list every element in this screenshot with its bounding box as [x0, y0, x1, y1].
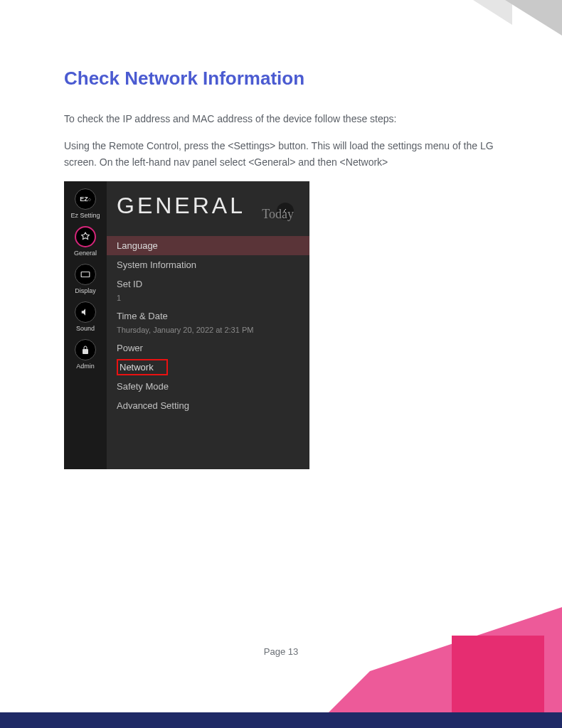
intro-paragraph-2: Using the Remote Control, press the <Set… [64, 138, 498, 170]
svg-rect-1 [83, 349, 88, 354]
lock-icon [75, 339, 96, 360]
menu-set-id-value: 1 [117, 294, 299, 306]
menu-system-info[interactable]: System Information [117, 255, 299, 274]
nav-label: Admin [76, 363, 95, 370]
lg-main-panel: GENERAL Today Language System Informatio… [107, 181, 309, 469]
lg-settings-screenshot: EZ○ Ez Setting General Display Sound Adm… [64, 181, 309, 469]
display-icon [75, 264, 96, 285]
menu-time-date[interactable]: Time & Date [117, 306, 299, 326]
intro-paragraph-1: To check the IP address and MAC address … [64, 111, 498, 127]
nav-admin[interactable]: Admin [64, 339, 107, 370]
page-body: Check Network Information To check the I… [0, 0, 562, 469]
menu-item-label: Language [117, 240, 158, 251]
today-label: Today [262, 207, 294, 222]
menu-time-date-value: Thursday, January 20, 2022 at 2:31 PM [117, 326, 299, 338]
menu-safety-mode[interactable]: Safety Mode [117, 377, 299, 396]
page-corner-bottom [313, 607, 562, 728]
nav-general[interactable]: General [64, 226, 107, 257]
footer-bar [0, 712, 562, 728]
nav-label: General [74, 250, 97, 257]
menu-network[interactable]: Network [117, 359, 168, 375]
sound-icon [75, 301, 96, 323]
menu-advanced-setting[interactable]: Advanced Setting [117, 396, 299, 415]
nav-label: Ez Setting [70, 212, 100, 219]
nav-label: Display [75, 287, 96, 294]
menu-language[interactable]: Language [107, 236, 309, 255]
menu-power[interactable]: Power [117, 338, 299, 358]
nav-ez-setting[interactable]: EZ○ Ez Setting [64, 188, 107, 219]
menu-set-id[interactable]: Set ID [117, 274, 299, 294]
nav-sound[interactable]: Sound [64, 301, 107, 332]
menu-list: System Information Set ID 1 Time & Date … [107, 255, 309, 415]
nav-display[interactable]: Display [64, 264, 107, 294]
ez-icon: EZ○ [75, 188, 96, 210]
page-corner-top [455, 0, 562, 53]
nav-label: Sound [76, 325, 95, 332]
page-heading: Check Network Information [64, 68, 498, 90]
general-icon [75, 226, 96, 247]
lg-sidebar: EZ○ Ez Setting General Display Sound Adm… [64, 181, 107, 469]
svg-rect-0 [81, 272, 90, 277]
